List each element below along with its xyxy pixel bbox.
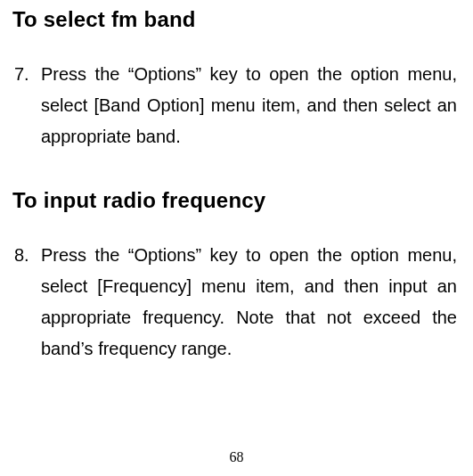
list-text-7: Press the “Options” key to open the opti…: [41, 59, 457, 152]
heading-select-fm-band: To select fm band: [12, 7, 457, 32]
list-item-8: 8. Press the “Options” key to open the o…: [12, 240, 457, 365]
list-item-7: 7. Press the “Options” key to open the o…: [12, 59, 457, 152]
list-number-7: 7.: [12, 59, 41, 152]
list-number-8: 8.: [12, 240, 41, 365]
list-text-8: Press the “Options” key to open the opti…: [41, 240, 457, 365]
heading-input-radio-frequency: To input radio frequency: [12, 188, 457, 213]
page-number: 68: [0, 449, 473, 465]
